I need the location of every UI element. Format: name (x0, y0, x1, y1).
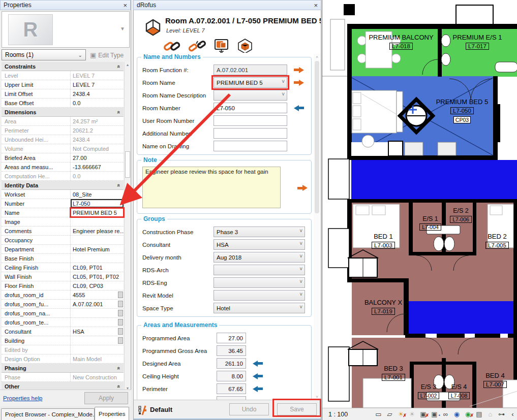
field-input[interactable]: PREMIUM BED 5 (214, 77, 287, 88)
property-row[interactable]: Name PREMIUM BED 5 (2, 208, 124, 217)
property-value[interactable]: New Construction (71, 373, 124, 381)
save-button[interactable]: Save (277, 403, 317, 415)
property-row[interactable]: Perimeter 20621.2 (2, 126, 124, 135)
field-input[interactable] (214, 115, 287, 126)
property-row[interactable]: Phasing (2, 364, 124, 373)
property-value[interactable]: 27.00 (71, 153, 124, 162)
scroll-up-icon[interactable]: ˄ (314, 55, 320, 59)
scrollbar-thumb[interactable] (315, 61, 319, 213)
property-row[interactable]: Edited by (2, 345, 124, 354)
field-input[interactable] (214, 128, 287, 139)
field-input[interactable]: 8.00 (217, 371, 246, 381)
visual-style-icon[interactable]: ▱ (385, 409, 394, 419)
properties-titlebar[interactable]: Properties × (0, 0, 131, 10)
drofus-scrollbar[interactable]: ˄ ˅ (314, 54, 320, 400)
scroll-down-icon[interactable]: ˅ (314, 395, 320, 399)
property-value[interactable]: Main Model (71, 354, 124, 363)
property-row[interactable]: Design Option Main Model (2, 354, 124, 364)
field-dropdown[interactable] (214, 277, 305, 288)
property-row[interactable]: Unbounded Hei... 2438.4 (2, 135, 124, 144)
scrollbar-thumb[interactable] (125, 151, 130, 178)
temporary-hide-isolate-icon[interactable]: ∞ (441, 409, 450, 419)
field-input[interactable]: 67.65 (217, 383, 246, 394)
note-textarea[interactable]: Engineer please review this space for he… (142, 167, 281, 208)
reveal-hidden-elements-icon[interactable]: ◉ (452, 409, 462, 419)
field-dropdown[interactable]: HSA (214, 239, 305, 250)
property-value[interactable]: CL09, PT01 (71, 263, 124, 272)
reveal-constraints-icon[interactable]: ⊶ (497, 409, 506, 419)
detail-level-icon[interactable]: ▭ (374, 409, 383, 419)
property-value[interactable] (71, 336, 118, 345)
field-dropdown[interactable]: Hotel (214, 303, 305, 313)
properties-scrollbar[interactable]: ▲ ▼ (124, 62, 131, 391)
property-row-button[interactable] (118, 310, 123, 316)
property-value[interactable]: CL05, PT01, PT02 (71, 272, 124, 281)
sync-arrow-icon[interactable] (252, 373, 263, 379)
property-row[interactable]: Base Finish (2, 254, 124, 263)
property-value[interactable] (71, 254, 124, 263)
property-value[interactable]: PREMIUM BED 5 (71, 208, 124, 217)
property-row[interactable]: Base Offset 0.0 (2, 99, 124, 108)
scale-button[interactable]: 1 : 100 (328, 411, 348, 418)
property-row[interactable]: drofus_room_na... (2, 309, 124, 318)
show-crop-region-icon[interactable]: ▣ • (430, 409, 439, 419)
type-selector-dropdown[interactable]: Rooms (1) ⌄ (2, 49, 86, 60)
property-value[interactable]: -13.666667 (71, 163, 124, 171)
property-row[interactable]: Floor Finish CL09, CP03 (2, 281, 124, 290)
property-value[interactable]: 20621.2 (71, 126, 124, 135)
property-value[interactable]: L7-050 (71, 199, 124, 208)
property-row[interactable]: Consultant HSA (2, 327, 124, 336)
sync-arrow-icon[interactable] (293, 67, 305, 73)
property-row[interactable]: Wall Finish CL05, PT01, PT02 (2, 272, 124, 281)
sync-arrow-icon[interactable] (252, 361, 263, 367)
field-input[interactable]: L7-050 (214, 103, 287, 113)
property-row[interactable]: Ceiling Finish CL09, PT01 (2, 263, 124, 272)
field-input[interactable]: 36.45 (217, 345, 246, 356)
property-value[interactable]: LEVEL 7 (71, 71, 124, 80)
property-row[interactable]: Dimensions (2, 108, 124, 117)
temporary-view-properties-icon[interactable]: ▤ (474, 409, 484, 419)
property-value[interactable]: 4555 (71, 290, 118, 299)
property-value[interactable]: LEVEL 7 (71, 80, 124, 89)
property-row[interactable]: Computation He... 0.0 (2, 172, 124, 181)
property-row-button[interactable] (118, 292, 123, 298)
property-value[interactable]: CL09, CP03 (71, 281, 124, 290)
link-room-icon[interactable] (163, 40, 180, 53)
property-row[interactable]: Limit Offset 2438.4 (2, 89, 124, 99)
property-row[interactable]: Level LEVEL 7 (2, 71, 124, 80)
sun-path-icon[interactable]: ☀ ✗ (396, 409, 406, 419)
field-input[interactable]: 261.10 (217, 358, 246, 369)
property-row[interactable]: drofus_room_fu... A.07.02.001 (2, 300, 124, 309)
field-dropdown[interactable] (214, 265, 305, 275)
property-row[interactable]: Workset 08_Site (2, 190, 124, 199)
property-row[interactable]: Constraints (2, 62, 124, 71)
field-dropdown[interactable]: Phase 3 (214, 227, 305, 237)
property-value[interactable] (71, 309, 118, 317)
floor-plan-view[interactable]: PREMIUM BALCONY L7-018 PREMIUM E/S 1 L7-… (322, 0, 517, 420)
property-value[interactable]: 0.0 (71, 172, 124, 180)
property-value[interactable]: A.07.02.001 (71, 300, 118, 308)
property-row[interactable]: drofus_room_id 4555 (2, 290, 124, 300)
property-row[interactable]: Upper Limit LEVEL 7 (2, 80, 124, 89)
property-row[interactable]: Occupancy (2, 236, 124, 245)
properties-help-link[interactable]: Properties help (3, 395, 42, 401)
panel-tab[interactable]: Properties (95, 407, 129, 420)
property-row[interactable]: Department Hotel Premium (2, 245, 124, 254)
property-row[interactable]: Area 24.257 m² (2, 117, 124, 126)
collapse-icon[interactable]: ‹ (508, 409, 517, 419)
property-row-button[interactable] (118, 301, 123, 307)
property-value[interactable]: Engineer please re... (71, 227, 124, 235)
property-row[interactable]: Areas and measu... -13.666667 (2, 163, 124, 172)
property-value[interactable]: 2438.4 (71, 135, 124, 144)
property-row[interactable]: Volume Not Computed (2, 144, 124, 153)
property-row[interactable]: Briefed Area 27.00 (2, 153, 124, 163)
sync-arrow-icon[interactable] (252, 386, 263, 392)
property-row-button[interactable] (118, 337, 123, 344)
analytical-model-icon[interactable]: ◉ ✗ (463, 409, 473, 419)
field-input[interactable] (214, 90, 287, 101)
scroll-up-icon[interactable]: ▲ (125, 63, 131, 67)
edit-type-button[interactable]: ▣ Edit Type (90, 49, 124, 61)
drofus-titlebar[interactable]: dRofus × (133, 0, 321, 10)
property-value[interactable] (71, 345, 124, 354)
property-row[interactable]: Number L7-050 (2, 199, 124, 208)
